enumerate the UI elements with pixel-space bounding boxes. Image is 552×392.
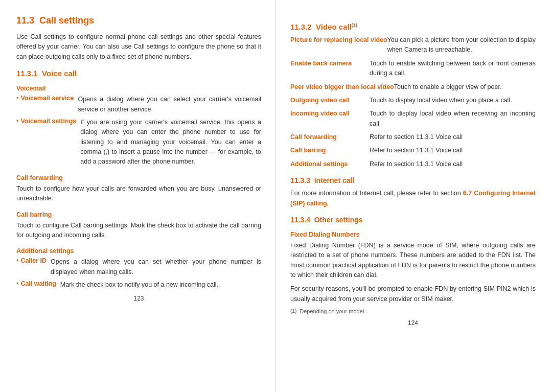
video-table: Picture for replacing local video You ca…: [290, 35, 536, 169]
video-desc-1: Touch to enable switching between back o…: [370, 59, 536, 79]
video-desc-6: Refer to section 11.3.1 Voice call: [370, 146, 536, 155]
bullet-dot-3: •: [16, 257, 18, 264]
other-settings-label: Other settings: [314, 216, 363, 224]
main-title-label: Call settings: [39, 15, 94, 26]
caller-id-label: Caller ID: [20, 257, 47, 264]
main-section-title: 11.3 Call settings: [16, 15, 261, 26]
page-container: 11.3 Call settings Use Call settings to …: [0, 0, 552, 392]
video-row-5: Call forwarding Refer to section 11.3.1 …: [290, 132, 536, 142]
internet-call-label: Internet call: [314, 176, 355, 185]
video-row-4: Incoming video call Touch to display loc…: [290, 109, 536, 129]
internet-call-title: 11.3.3 Internet call: [290, 176, 536, 185]
call-waiting-desc: Mark the check box to notify you of a ne…: [60, 280, 218, 290]
left-column: 11.3 Call settings Use Call settings to …: [0, 0, 276, 392]
video-row-0: Picture for replacing local video You ca…: [290, 35, 536, 55]
voicemail-heading: Voicemail: [16, 85, 261, 92]
voicemail-service-label: Voicemail service: [20, 95, 74, 102]
call-forwarding-heading: Call forwarding: [16, 174, 261, 181]
left-page-num: 123: [16, 295, 261, 302]
voice-call-num: 11.3.1: [16, 69, 38, 78]
right-column: 11.3.2 Video call(1) Picture for replaci…: [276, 0, 552, 392]
internet-call-desc-before: For more information of Internet call, p…: [290, 190, 461, 197]
call-barring-heading: Call barring: [16, 211, 261, 218]
video-label-6: Call barring: [290, 146, 370, 155]
right-page-num: 124: [290, 319, 536, 327]
bullet-dot-1: •: [16, 95, 18, 102]
bullet-dot-4: •: [16, 280, 18, 287]
main-title-num: 11.3: [16, 15, 34, 26]
internet-call-num: 11.3.3: [290, 176, 310, 185]
intro-text: Use Call settings to configure normal ph…: [16, 32, 261, 62]
fixed-dialing-heading: Fixed Dialing Numbers: [290, 231, 536, 238]
voice-call-title: 11.3.1 Voice call: [16, 69, 261, 78]
bullet-voicemail-settings: • Voicemail settings If you are using yo…: [16, 118, 261, 167]
footnote-text: Depending on your model.: [300, 308, 365, 314]
voice-call-label: Voice call: [42, 69, 77, 78]
video-call-label: Video call: [316, 22, 352, 31]
call-forwarding-desc: Touch to configure how your calls are fo…: [16, 184, 261, 204]
voicemail-settings-label: Voicemail settings: [20, 118, 76, 125]
video-desc-0: You can pick a picture from your collect…: [387, 35, 536, 55]
internet-call-desc: For more information of Internet call, p…: [290, 189, 536, 209]
footnote-num: (1): [290, 308, 296, 314]
caller-id-desc: Opens a dialog where you can set whether…: [51, 257, 261, 277]
voicemail-settings-desc: If you are using your carrier's voicemai…: [80, 118, 261, 167]
video-row-2: Peer video bigger than local video Touch…: [290, 82, 536, 92]
video-label-5: Call forwarding: [290, 132, 370, 142]
bullet-dot-2: •: [16, 118, 18, 125]
video-call-superscript: (1): [352, 22, 357, 28]
video-desc-5: Refer to section 11.3.1 Voice call: [370, 132, 536, 142]
fixed-dialing-desc2: For security reasons, you'll be prompted…: [290, 284, 536, 304]
video-desc-2: Touch to enable a bigger view of peer.: [394, 82, 536, 92]
video-row-1: Enable back camera Touch to enable switc…: [290, 59, 536, 79]
additional-settings-heading: Additional settings: [16, 247, 261, 255]
other-settings-num: 11.3.4: [290, 216, 310, 224]
bullet-caller-id: • Caller ID Opens a dialog where you can…: [16, 257, 261, 277]
call-barring-desc: Touch to configure Call barring settings…: [16, 221, 261, 241]
video-desc-3: Touch to display local video when you pl…: [370, 96, 536, 105]
video-label-1: Enable back camera: [290, 59, 370, 68]
footnote: (1) Depending on your model.: [290, 308, 536, 314]
video-label-0: Picture for replacing local video: [290, 35, 387, 45]
video-desc-4: Touch to display local video when receiv…: [370, 109, 536, 129]
bullet-voicemail-service: • Voicemail service Opens a dialog where…: [16, 95, 261, 114]
video-call-title: 11.3.2 Video call(1): [290, 22, 536, 31]
video-label-3: Outgoing video call: [290, 96, 370, 105]
video-desc-7: Refer to section 11.3.1 Voice call: [370, 159, 536, 169]
other-settings-title: 11.3.4 Other settings: [290, 216, 536, 224]
video-row-3: Outgoing video call Touch to display loc…: [290, 96, 536, 105]
video-label-2: Peer video bigger than local video: [290, 82, 394, 92]
fixed-dialing-desc1: Fixed Dialing Number (FDN) is a service …: [290, 241, 536, 281]
video-label-4: Incoming video call: [290, 109, 370, 119]
call-waiting-label: Call waiting: [20, 280, 56, 287]
video-label-7: Additional settings: [290, 159, 370, 169]
video-call-num: 11.3.2: [290, 22, 312, 31]
bullet-call-waiting: • Call waiting Mark the check box to not…: [16, 280, 261, 290]
video-row-7: Additional settings Refer to section 11.…: [290, 159, 536, 169]
video-row-6: Call barring Refer to section 11.3.1 Voi…: [290, 146, 536, 155]
voicemail-service-desc: Opens a dialog where you can select your…: [78, 95, 261, 114]
